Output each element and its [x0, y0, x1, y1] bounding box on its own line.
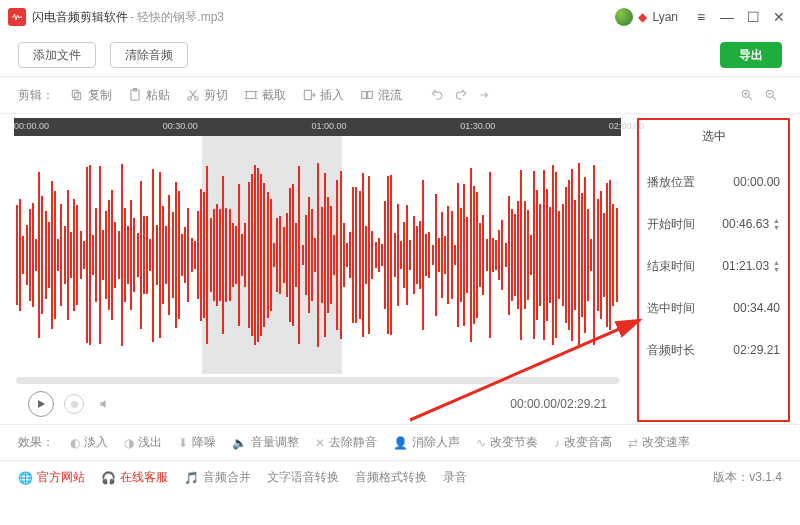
gem-icon: ◆	[638, 10, 647, 24]
tool-label: 剪切	[204, 87, 228, 104]
undo-icon[interactable]	[426, 84, 448, 106]
tool-label: 混流	[378, 87, 402, 104]
footer-icon: 🎵	[184, 471, 199, 485]
footer-link-3[interactable]: 文字语音转换	[267, 469, 339, 486]
fx-icon: ✕	[315, 436, 325, 450]
zoom-out-icon[interactable]	[760, 84, 782, 106]
fx-2[interactable]: ⬇降噪	[178, 434, 216, 451]
spinner[interactable]: ▲▼	[773, 259, 780, 273]
ruler-tick: 01:30.00	[460, 121, 495, 131]
tool-crop[interactable]: 截取	[238, 85, 292, 106]
cut-icon	[186, 88, 200, 102]
volume-icon[interactable]	[94, 393, 116, 415]
side-value: 02:29.21	[733, 343, 780, 357]
footer-link-1[interactable]: 🎧在线客服	[101, 469, 168, 486]
footer-label: 官方网站	[37, 469, 85, 486]
footer-label: 文字语音转换	[267, 469, 339, 486]
user-name: Lyan	[652, 10, 678, 24]
close-button[interactable]: ✕	[766, 4, 792, 30]
side-title: 选中	[647, 128, 780, 145]
footer-icon: 🎧	[101, 471, 116, 485]
side-label: 音频时长	[647, 342, 695, 359]
svg-rect-6	[246, 92, 255, 99]
side-label: 开始时间	[647, 216, 695, 233]
fx-label: 降噪	[192, 434, 216, 451]
minimize-button[interactable]: —	[714, 4, 740, 30]
tool-mix[interactable]: 混流	[354, 85, 408, 106]
waveform-panel: 00:00.0000:30.0001:00.0001:30.0002:00.00…	[0, 114, 635, 424]
avatar[interactable]	[615, 8, 633, 26]
footer-link-2[interactable]: 🎵音频合并	[184, 469, 251, 486]
fx-icon: ◑	[124, 436, 134, 450]
version-label: 版本：v3.1.4	[713, 469, 782, 486]
side-row: 选中时间00:34.40	[647, 287, 780, 329]
footer-label: 音频格式转换	[355, 469, 427, 486]
file-name: - 轻快的钢琴.mp3	[130, 9, 224, 26]
fx-icon: 🔈	[232, 436, 247, 450]
menu-icon[interactable]: ≡	[688, 4, 714, 30]
fx-label: 音量调整	[251, 434, 299, 451]
side-value: 01:21.03	[722, 259, 769, 273]
spinner[interactable]: ▲▼	[773, 217, 780, 231]
tool-insert[interactable]: 插入	[296, 85, 350, 106]
side-row: 播放位置00:00.00	[647, 161, 780, 203]
footer-label: 录音	[443, 469, 467, 486]
tool-copy[interactable]: 复制	[64, 85, 118, 106]
fx-3[interactable]: 🔈音量调整	[232, 434, 299, 451]
fx-0[interactable]: ◐淡入	[70, 434, 108, 451]
side-value: 00:34.40	[733, 301, 780, 315]
play-button[interactable]	[28, 391, 54, 417]
player-bar: 00:00.00/02:29.21	[14, 386, 621, 422]
footer-link-5[interactable]: 录音	[443, 469, 467, 486]
fx-8[interactable]: ⇄改变速率	[628, 434, 690, 451]
side-row: 开始时间00:46.63▲▼	[647, 203, 780, 245]
content-area: 00:00.0000:30.0001:00.0001:30.0002:00.00…	[0, 114, 800, 424]
tool-paste[interactable]: 粘贴	[122, 85, 176, 106]
selection-panel: 选中 播放位置00:00.00开始时间00:46.63▲▼结束时间01:21.0…	[637, 118, 790, 422]
svg-rect-1	[75, 93, 81, 100]
fx-7[interactable]: ♪改变音高	[554, 434, 612, 451]
tool-label: 粘贴	[146, 87, 170, 104]
fx-label: 消除人声	[412, 434, 460, 451]
footer-link-0[interactable]: 🌐官方网站	[18, 469, 85, 486]
fx-icon: ∿	[476, 436, 486, 450]
side-label: 选中时间	[647, 300, 695, 317]
mix-icon	[360, 88, 374, 102]
time-ruler: 00:00.0000:30.0001:00.0001:30.0002:00.00	[14, 118, 621, 136]
fx-4[interactable]: ✕去除静音	[315, 434, 377, 451]
fx-6[interactable]: ∿改变节奏	[476, 434, 538, 451]
tool-cut[interactable]: 剪切	[180, 85, 234, 106]
effects-bar: 效果： ◐淡入◑浅出⬇降噪🔈音量调整✕去除静音👤消除人声∿改变节奏♪改变音高⇄改…	[0, 424, 800, 460]
clear-audio-button[interactable]: 清除音频	[110, 42, 188, 68]
insert-icon	[302, 88, 316, 102]
zoom-in-icon[interactable]	[736, 84, 758, 106]
app-window: 闪电音频剪辑软件 - 轻快的钢琴.mp3 ◆ Lyan ≡ — ☐ ✕ 添加文件…	[0, 0, 800, 525]
record-button[interactable]	[64, 394, 84, 414]
fx-label: 浅出	[138, 434, 162, 451]
copy-icon	[70, 88, 84, 102]
waveform[interactable]	[14, 136, 621, 374]
fx-icon: 👤	[393, 436, 408, 450]
forward-icon[interactable]	[474, 84, 496, 106]
fx-label: 改变速率	[642, 434, 690, 451]
svg-rect-7	[304, 90, 311, 99]
redo-icon[interactable]	[450, 84, 472, 106]
maximize-button[interactable]: ☐	[740, 4, 766, 30]
top-actions: 添加文件 清除音频 导出	[0, 34, 800, 76]
fx-label: 效果：	[18, 434, 54, 451]
fx-label: 淡入	[84, 434, 108, 451]
svg-marker-12	[38, 400, 45, 408]
export-button[interactable]: 导出	[720, 42, 782, 68]
fx-icon: ♪	[554, 436, 560, 450]
fx-5[interactable]: 👤消除人声	[393, 434, 460, 451]
footer-link-4[interactable]: 音频格式转换	[355, 469, 427, 486]
fx-1[interactable]: ◑浅出	[124, 434, 162, 451]
side-row: 结束时间01:21.03▲▼	[647, 245, 780, 287]
add-file-button[interactable]: 添加文件	[18, 42, 96, 68]
ruler-tick: 00:00.00	[14, 121, 49, 131]
edit-label: 剪辑：	[18, 87, 54, 104]
h-scrollbar[interactable]	[14, 374, 621, 386]
paste-icon	[128, 88, 142, 102]
side-row: 音频时长02:29.21	[647, 329, 780, 371]
footer-icon: 🌐	[18, 471, 33, 485]
